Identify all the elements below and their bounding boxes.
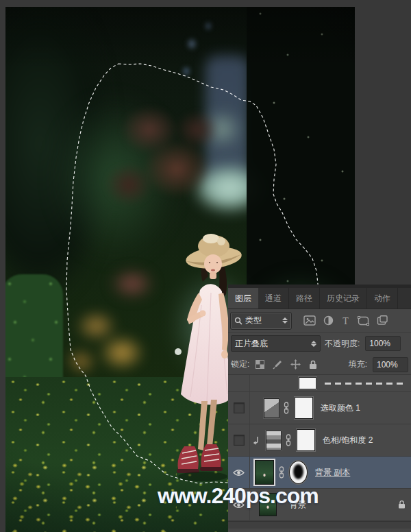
watermark-text: www.240ps.com [158, 483, 319, 509]
mask-link-icon[interactable] [283, 402, 290, 414]
clipped-layer-name [325, 383, 406, 385]
layer-mask-thumbnail-black-blob[interactable] [289, 461, 308, 484]
tab-paths[interactable]: 路径 [289, 288, 320, 309]
fill-value: 100% [377, 360, 398, 370]
lock-all-icon[interactable] [307, 359, 319, 371]
mask-link-icon[interactable] [285, 434, 292, 446]
lock-row: 锁定: [228, 354, 411, 375]
background-lock-icon [398, 500, 406, 509]
shape-layer-filter-icon[interactable] [358, 316, 369, 326]
hue-saturation-adjustment-thumbnail[interactable] [266, 431, 282, 450]
layer-image-thumbnail[interactable] [255, 460, 274, 485]
visibility-cell[interactable] [228, 375, 250, 391]
visibility-cell[interactable] [228, 424, 250, 456]
opacity-value-field[interactable]: 100% [365, 336, 401, 351]
selective-color-adjustment-thumbnail[interactable] [264, 398, 279, 418]
layer-row-selective-color[interactable]: 选取颜色 1 [228, 392, 411, 424]
smart-object-filter-icon[interactable] [377, 315, 388, 326]
updown-spinner-icon [282, 317, 288, 324]
type-layer-filter-icon[interactable]: T [341, 316, 350, 326]
svg-text:T: T [342, 316, 349, 326]
blend-mode-dropdown[interactable]: 正片叠底 [231, 335, 321, 352]
blend-mode-row: 正片叠底 不透明度: 100% [228, 332, 411, 354]
lock-transparency-icon[interactable] [253, 359, 266, 371]
fill-value-field[interactable]: 100% [373, 357, 408, 372]
tab-channels[interactable]: 通道 [258, 288, 289, 309]
photoshop-workspace: 图层 通道 路径 历史记录 动作 类型 [0, 0, 411, 532]
filter-kind-label: 类型 [245, 315, 279, 326]
visibility-off-box[interactable] [234, 435, 245, 446]
layer-mask-thumbnail[interactable] [295, 397, 313, 419]
search-icon [234, 317, 242, 325]
mask-link-icon[interactable] [278, 466, 285, 479]
tab-layers[interactable]: 图层 [228, 288, 258, 309]
lock-paint-icon[interactable] [271, 359, 284, 371]
layer-mask-thumbnail[interactable] [297, 429, 315, 451]
panel-tab-bar: 图层 通道 路径 历史记录 动作 [228, 288, 411, 309]
tab-actions[interactable]: 动作 [367, 288, 398, 309]
panel-bottom-strip [228, 521, 411, 529]
blend-mode-value: 正片叠底 [235, 338, 311, 350]
layer-filter-row: 类型 T [228, 309, 411, 332]
pixel-layer-filter-icon[interactable] [303, 315, 316, 326]
lock-label: 锁定: [231, 359, 249, 370]
layer-name[interactable]: 色相/饱和度 2 [323, 435, 373, 446]
opacity-label: 不透明度: [325, 338, 360, 350]
visibility-cell[interactable] [228, 392, 250, 424]
layer-name[interactable]: 选取颜色 1 [321, 402, 360, 414]
fill-label: 填充: [349, 359, 367, 370]
layer-name[interactable]: 背景 副本 [315, 467, 350, 479]
clipping-mask-arrow-icon [253, 436, 260, 445]
adjustment-layer-filter-icon[interactable] [323, 315, 334, 326]
layer-mask-thumbnail[interactable] [299, 377, 316, 389]
tab-history[interactable]: 历史记录 [320, 288, 367, 309]
opacity-value: 100% [369, 339, 390, 348]
visibility-off-box[interactable] [234, 402, 245, 413]
lock-position-icon[interactable] [289, 359, 301, 371]
layer-row-hue-saturation[interactable]: 色相/饱和度 2 [228, 424, 411, 457]
filter-kind-dropdown[interactable]: 类型 [231, 313, 291, 329]
eye-icon[interactable] [233, 469, 245, 476]
updown-spinner-icon [311, 341, 316, 347]
layer-row-partial[interactable] [228, 375, 411, 392]
